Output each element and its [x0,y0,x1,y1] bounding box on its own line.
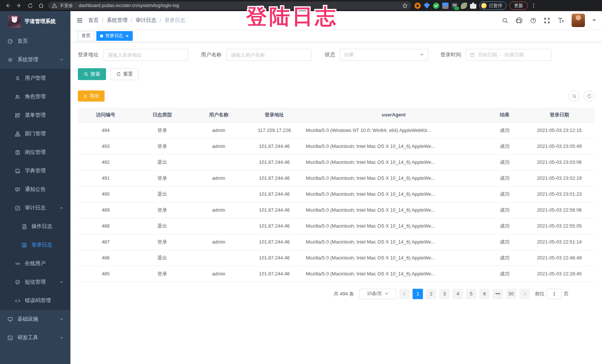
goto-page-input[interactable] [547,289,562,299]
sidebar-item-user-management[interactable]: 用户管理 [0,69,70,87]
page-button-4[interactable]: 4 [453,289,463,299]
extensions-puzzle-icon[interactable] [470,3,476,9]
sidebar-item-login-log[interactable]: 登录日志 [0,236,70,254]
sidebar-item-dict-management[interactable]: 字典管理 [0,162,70,180]
status-select-placeholder: 结果 [344,52,354,58]
tag-home[interactable]: 首页 [78,31,94,41]
sidebar-item-role-management[interactable]: 角色管理 [0,87,70,106]
cell: Mozilla/5.0 (Macintosh; Intel Mac OS X 1… [302,186,485,202]
github-icon[interactable] [516,17,523,24]
security-warning-label[interactable]: 不安全 [60,3,73,9]
page-button-2[interactable]: 2 [426,289,436,299]
cell: 登录 [133,170,191,186]
cell: 成功 [485,218,524,234]
cell: 登录 [133,122,191,138]
extension-icon[interactable] [433,3,439,9]
font-size-icon[interactable] [558,17,564,24]
cell: 494 [78,122,133,138]
cell: 退出 [133,250,191,266]
home-icon[interactable] [37,1,45,10]
page-button-3[interactable]: 3 [439,289,450,299]
table-row: 494登录admin117.159.17.226Mozilla/5.0 (Win… [78,122,595,138]
cell: 487 [78,234,133,250]
url-text[interactable]: dashboard.yudao.iocoder.cn/system/log/lo… [79,3,400,8]
cell [191,186,247,202]
cell: 488 [78,218,133,234]
sidebar-item-label: 审计日志 [25,205,46,211]
audit-log-icon [15,205,20,211]
export-button[interactable]: 导出 [78,90,105,102]
sidebar-item-dev-tools[interactable]: 研发工具 [0,328,70,347]
username-input[interactable] [226,49,311,61]
sidebar-item-post-management[interactable]: 岗位管理 [0,143,70,162]
col-header-useragent: userAgent [302,107,485,122]
goto-suffix: 页 [564,291,569,297]
sidebar-item-notice[interactable]: 通知公告 [0,180,70,199]
table-tools [569,90,595,102]
fullscreen-icon[interactable] [544,17,550,24]
sidebar-item-online-users[interactable]: 在线用户 [0,254,70,273]
search-icon[interactable] [502,17,508,24]
close-icon[interactable] [125,34,129,38]
table-row: 490退出101.87.244.46Mozilla/5.0 (Macintosh… [78,186,595,202]
hamburger-icon[interactable] [70,17,88,24]
sidebar-item-menu-management[interactable]: 菜单管理 [0,106,70,125]
user-avatar[interactable] [572,14,585,27]
next-page-button[interactable] [519,289,530,299]
breadcrumb-separator: / [131,17,132,23]
avatar-caret-icon[interactable] [592,19,596,21]
breadcrumb-home[interactable]: 首页 [88,17,99,24]
sidebar-item-infrastructure[interactable]: 基础设施 [0,310,70,328]
chrome-update-button[interactable]: 更新 [509,1,528,10]
extension-icon[interactable] [442,3,449,9]
username-group: 用户名称 [201,49,311,61]
logo-image [8,15,21,28]
page-size-select[interactable]: 10条/页 [359,289,396,299]
reset-button[interactable]: 重置 [110,68,139,80]
extension-icon[interactable] [461,3,467,9]
reload-icon[interactable] [26,1,34,10]
sidebar-item-label: 在线用户 [25,260,46,267]
back-icon[interactable] [4,1,12,10]
breadcrumb-audit-log[interactable]: 审计日志 [136,17,156,24]
cell: admin [191,170,247,186]
sidebar-item-error-code[interactable]: 错误码管理 [0,291,70,310]
extension-icon[interactable] [424,3,430,9]
breadcrumb-system[interactable]: 系统管理 [107,17,128,24]
sidebar-item-operate-log[interactable]: 操作日志 [0,217,70,236]
login-address-label: 登录地址 [78,52,99,58]
page-button-6[interactable]: 6 [479,289,490,299]
sidebar-item-system-management[interactable]: 系统管理 [0,50,70,69]
page-button-1[interactable]: 1 [413,289,423,299]
paused-extension-badge[interactable]: 已暂停 [479,1,506,10]
cell: 登录 [133,234,191,250]
tag-login-log[interactable]: 登录日志 [96,31,133,41]
extension-icon[interactable] [414,3,421,9]
dict-book-icon [15,168,20,174]
status-select[interactable]: 结果 [340,49,429,61]
date-range-picker[interactable]: 开始日期 - 结束日期 [466,49,552,61]
sidebar-item-audit-log[interactable]: 审计日志 [0,199,70,217]
toggle-search-button[interactable] [569,90,580,102]
more-pages-button[interactable]: ••• [493,289,503,299]
help-icon[interactable] [530,17,536,24]
bookmark-star-icon[interactable] [402,3,408,9]
forward-icon[interactable] [15,1,23,10]
sidebar-item-home[interactable]: 首页 [0,32,70,50]
browser-menu-icon[interactable] [531,3,536,8]
sidebar-item-dept-management[interactable]: 部门管理 [0,125,70,143]
search-button[interactable]: 搜索 [78,68,106,80]
extension-icon[interactable] [452,3,458,9]
cell: 492 [78,154,133,170]
cell: Mozilla/5.0 (Macintosh; Intel Mac OS X 1… [302,170,485,186]
page-button-5[interactable]: 5 [466,289,476,299]
address-bar[interactable]: 不安全 dashboard.yudao.iocoder.cn/system/lo… [48,1,411,10]
sidebar-item-sms-management[interactable]: 短信管理 [0,273,70,291]
login-address-input[interactable] [103,49,188,61]
table-row: 492退出101.87.244.46Mozilla/5.0 (Macintosh… [78,154,595,170]
prev-page-button[interactable] [399,289,410,299]
app-logo[interactable]: 芋道管理系统 [0,11,70,32]
page-button-50[interactable]: 50 [506,289,516,299]
system-submenu: 用户管理 角色管理 菜单管理 部门管理 岗位管理 [0,69,70,310]
refresh-table-button[interactable] [583,90,595,102]
